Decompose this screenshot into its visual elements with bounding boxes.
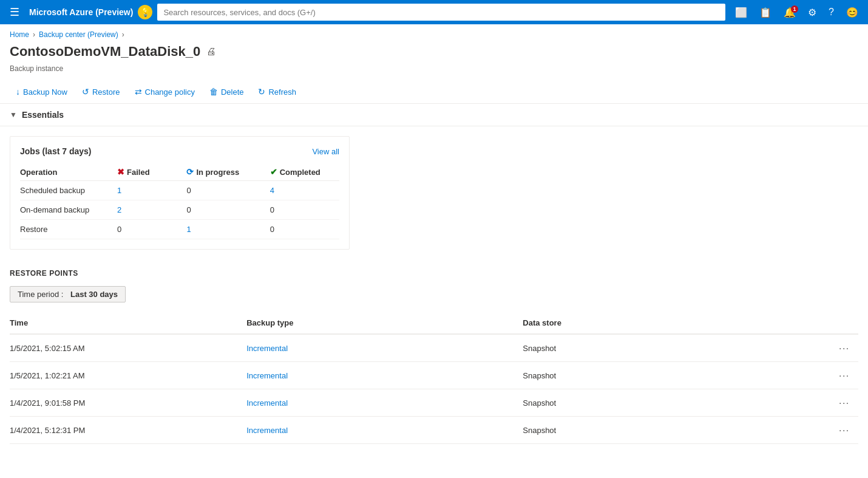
rp-backup-type: Incremental xyxy=(246,389,523,417)
backup-now-icon: ↓ xyxy=(16,87,20,97)
rp-time: 1/5/2021, 1:02:21 AM xyxy=(10,362,246,389)
job-operation: Restore xyxy=(20,220,117,239)
breadcrumb-sep-1: › xyxy=(33,30,35,39)
help-icon[interactable]: ? xyxy=(824,4,839,20)
refresh-icon: ↻ xyxy=(258,87,265,97)
job-operation: On-demand backup xyxy=(20,200,117,220)
page-title: ContosoDemoVM_DataDisk_0 xyxy=(10,44,200,60)
restore-points-section: RESTORE POINTS Time period : Last 30 day… xyxy=(0,259,868,454)
backup-now-button[interactable]: ↓ Backup Now xyxy=(10,84,73,100)
refresh-label: Refresh xyxy=(268,87,296,97)
search-input[interactable] xyxy=(157,4,725,21)
restore-point-row: 1/4/2021, 5:12:31 PM Incremental Snapsho… xyxy=(10,417,858,444)
change-policy-button[interactable]: ⇄ Change policy xyxy=(129,84,201,100)
rp-data-store: Snapshot xyxy=(523,389,799,417)
job-completed: 4 xyxy=(270,181,339,200)
restore-icon: ↺ xyxy=(82,87,89,97)
rp-backup-type: Incremental xyxy=(246,362,523,389)
view-all-link[interactable]: View all xyxy=(312,147,339,156)
col-header-failed: ✖ Failed xyxy=(117,163,186,181)
rp-time: 1/4/2021, 9:01:58 PM xyxy=(10,389,246,417)
more-options-button[interactable]: ··· xyxy=(835,369,853,381)
job-completed: 0 xyxy=(270,220,339,239)
jobs-table: Operation ✖ Failed ⟳ In progress ✔ xyxy=(20,163,339,239)
progress-count-link[interactable]: 1 xyxy=(186,225,191,234)
restore-label: Restore xyxy=(92,87,120,97)
rp-col-time: Time xyxy=(10,312,246,334)
progress-count: 0 xyxy=(186,205,191,214)
job-progress: 0 xyxy=(186,181,270,200)
breadcrumb-parent[interactable]: Backup center (Preview) xyxy=(39,30,118,39)
backup-type-link[interactable]: Incremental xyxy=(246,371,288,380)
rp-actions: ··· xyxy=(799,362,858,389)
completed-count: 0 xyxy=(270,205,274,214)
breadcrumb-home[interactable]: Home xyxy=(10,30,29,39)
col-header-operation: Operation xyxy=(20,163,117,181)
rp-backup-type: Incremental xyxy=(246,334,523,362)
progress-count: 0 xyxy=(186,186,191,195)
backup-type-link[interactable]: Incremental xyxy=(246,398,288,408)
delete-button[interactable]: 🗑 Delete xyxy=(203,84,250,100)
lightbulb-icon[interactable]: 💡 xyxy=(138,5,152,19)
rp-col-backup-type: Backup type xyxy=(246,312,523,334)
breadcrumb-sep-2: › xyxy=(122,30,124,39)
job-failed: 2 xyxy=(117,200,186,220)
settings-icon[interactable]: ⚙ xyxy=(803,4,821,21)
page-header: ContosoDemoVM_DataDisk_0 🖨 xyxy=(0,41,868,64)
failed-count-link[interactable]: 1 xyxy=(117,186,121,195)
delete-icon: 🗑 xyxy=(209,87,218,97)
backup-type-link[interactable]: Incremental xyxy=(246,426,288,435)
rp-time: 1/5/2021, 5:02:15 AM xyxy=(10,334,246,362)
rp-backup-type: Incremental xyxy=(246,417,523,444)
feedback-icon[interactable]: 📋 xyxy=(754,4,776,21)
backup-type-link[interactable]: Incremental xyxy=(246,344,288,353)
account-icon[interactable]: 😊 xyxy=(841,4,863,21)
notifications-icon[interactable]: 🔔 1 xyxy=(779,4,801,21)
refresh-button[interactable]: ↻ Refresh xyxy=(252,84,302,100)
rp-actions: ··· xyxy=(799,417,858,444)
page-subtitle: Backup instance xyxy=(0,64,868,80)
restore-point-row: 1/4/2021, 9:01:58 PM Incremental Snapsho… xyxy=(10,389,858,417)
job-completed: 0 xyxy=(270,200,339,220)
jobs-table-row: Scheduled backup 1 0 4 xyxy=(20,181,339,200)
backup-now-label: Backup Now xyxy=(23,87,67,97)
change-policy-label: Change policy xyxy=(145,87,195,97)
rp-actions: ··· xyxy=(799,334,858,362)
col-header-completed: ✔ Completed xyxy=(270,163,339,181)
print-icon[interactable]: 🖨 xyxy=(206,46,216,57)
more-options-button[interactable]: ··· xyxy=(835,424,853,436)
rp-col-actions xyxy=(799,312,858,334)
time-period-filter[interactable]: Time period : Last 30 days xyxy=(10,286,126,302)
job-operation: Scheduled backup xyxy=(20,181,117,200)
change-policy-icon: ⇄ xyxy=(135,87,142,97)
time-period-value: Last 30 days xyxy=(70,290,118,299)
rp-actions: ··· xyxy=(799,389,858,417)
completed-status-icon: ✔ xyxy=(270,167,277,177)
topbar: ☰ Microsoft Azure (Preview) 💡 ⬜ 📋 🔔 1 ⚙ … xyxy=(0,0,868,24)
topbar-icons: ⬜ 📋 🔔 1 ⚙ ? 😊 xyxy=(730,4,863,21)
completed-count: 0 xyxy=(270,225,274,234)
restore-button[interactable]: ↺ Restore xyxy=(76,84,126,100)
restore-points-table: Time Backup type Data store 1/5/2021, 5:… xyxy=(10,312,858,444)
more-options-button[interactable]: ··· xyxy=(835,397,853,409)
essentials-header[interactable]: ▼ Essentials xyxy=(0,104,868,126)
restore-points-title: RESTORE POINTS xyxy=(10,269,858,278)
jobs-title: Jobs (last 7 days) xyxy=(20,146,92,156)
progress-status-icon: ⟳ xyxy=(186,167,194,177)
failed-count-link[interactable]: 2 xyxy=(117,205,121,214)
breadcrumb: Home › Backup center (Preview) › xyxy=(0,24,868,41)
restore-point-row: 1/5/2021, 5:02:15 AM Incremental Snapsho… xyxy=(10,334,858,362)
more-options-button[interactable]: ··· xyxy=(835,342,853,354)
failed-count: 0 xyxy=(117,225,121,234)
rp-time: 1/4/2021, 5:12:31 PM xyxy=(10,417,246,444)
terminal-icon[interactable]: ⬜ xyxy=(730,4,752,21)
col-header-progress: ⟳ In progress xyxy=(186,163,270,181)
rp-data-store: Snapshot xyxy=(523,417,799,444)
hamburger-icon[interactable]: ☰ xyxy=(5,3,24,21)
jobs-table-row: Restore 0 1 0 xyxy=(20,220,339,239)
rp-col-data-store: Data store xyxy=(523,312,799,334)
jobs-table-row: On-demand backup 2 0 0 xyxy=(20,200,339,220)
essentials-label: Essentials xyxy=(22,110,64,120)
essentials-collapse-icon: ▼ xyxy=(10,111,17,119)
completed-count-link[interactable]: 4 xyxy=(270,186,274,195)
